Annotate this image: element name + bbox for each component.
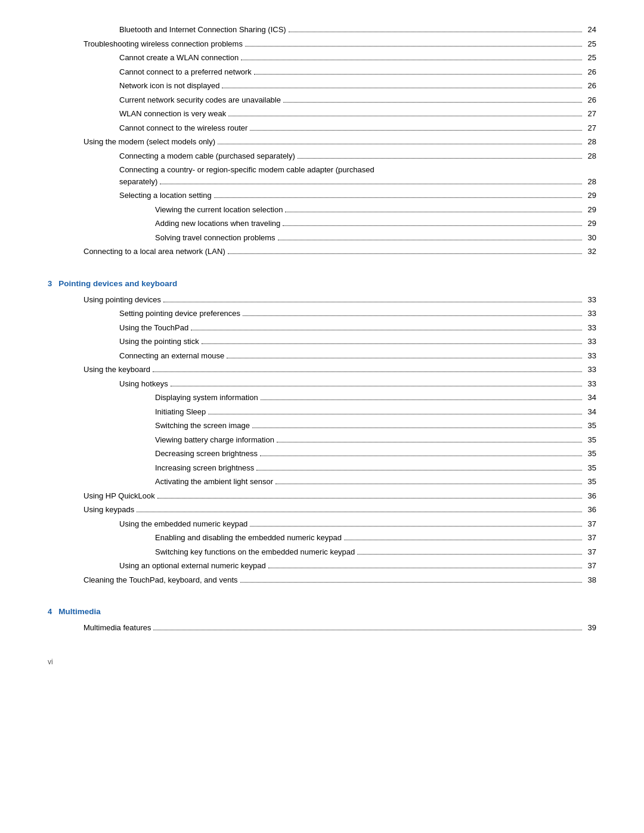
toc-row-pointing-stick: Using the pointing stick 33: [48, 336, 596, 348]
toc-label: Using the TouchPad: [119, 322, 188, 334]
toc-row-lan: Connecting to a local area network (LAN)…: [48, 246, 596, 258]
toc-dots: [240, 582, 583, 583]
toc-dots: [222, 88, 582, 88]
toc-dots: [163, 302, 582, 302]
toc-label: Bluetooth and Internet Connection Sharin…: [119, 24, 286, 36]
toc-row-cannot-create: Cannot create a WLAN connection 25: [48, 52, 596, 64]
toc-label: Connecting a modem cable (purchased sepa…: [119, 150, 295, 162]
toc-row-setting-prefs: Setting pointing device preferences 33: [48, 308, 596, 320]
toc-label: Viewing the current location selection: [155, 204, 283, 216]
toc-row-cannot-connect-router: Cannot connect to the wireless router 27: [48, 122, 596, 134]
toc-row-initiating-sleep: Initiating Sleep 34: [48, 406, 596, 418]
toc-row-increasing-brightness: Increasing screen brightness 35: [48, 462, 596, 474]
toc-row-location-setting: Selecting a location setting 29: [48, 190, 596, 202]
toc-page: 37: [584, 518, 596, 530]
toc-label: Enabling and disabling the embedded nume…: [155, 532, 342, 544]
toc-label-line1: Connecting a country- or region-specific…: [119, 164, 596, 176]
toc-row-solving-travel: Solving travel connection problems 30: [48, 232, 596, 244]
toc-dots: [214, 197, 582, 198]
toc-label: Viewing battery charge information: [155, 434, 274, 446]
toc-label: Solving travel connection problems: [155, 232, 275, 244]
toc-row-cleaning: Cleaning the TouchPad, keyboard, and ven…: [48, 574, 596, 586]
toc-dots: [283, 102, 582, 103]
toc-row-security-codes: Current network security codes are unava…: [48, 94, 596, 106]
toc-page: 37: [584, 532, 596, 544]
toc-label: Current network security codes are unava…: [119, 94, 281, 106]
toc-dots: [254, 74, 582, 75]
toc-page: 25: [584, 52, 596, 64]
toc-row-quicklook: Using HP QuickLook 36: [48, 490, 596, 502]
toc-page: 26: [584, 80, 596, 92]
toc-label: Displaying system information: [155, 392, 258, 404]
toc-label: Decreasing screen brightness: [155, 448, 258, 460]
toc-page: 29: [584, 218, 596, 230]
toc-label: Switching key functions on the embedded …: [155, 546, 355, 558]
toc-page: 33: [584, 378, 596, 390]
toc-page: 38: [584, 574, 596, 586]
toc-row-bluetooth: Bluetooth and Internet Connection Sharin…: [48, 24, 596, 36]
toc-row-switching-screen: Switching the screen image 35: [48, 420, 596, 432]
toc-dots: [252, 428, 582, 428]
toc-label: Using an optional external numeric keypa…: [119, 560, 266, 572]
toc-label: Adding new locations when traveling: [155, 218, 280, 230]
toc-dots: [289, 32, 582, 32]
toc-dots: [160, 184, 582, 184]
toc-label: Setting pointing device preferences: [119, 308, 240, 320]
toc-row-troubleshooting: Troubleshooting wireless connection prob…: [48, 38, 596, 50]
section3-number: 3: [48, 279, 52, 288]
section3-header: 3 Pointing devices and keyboard: [48, 279, 596, 288]
toc-page: 28: [584, 150, 596, 162]
toc-dots: [250, 526, 582, 527]
section4-header: 4 Multimedia: [48, 607, 596, 616]
toc-page: 37: [584, 546, 596, 558]
toc-label: Connecting an external mouse: [119, 350, 224, 362]
toc-page: 25: [584, 38, 596, 50]
toc-page: 28: [584, 136, 596, 148]
toc-page: 30: [584, 232, 596, 244]
toc-page: 27: [584, 122, 596, 134]
toc-page: 34: [584, 392, 596, 404]
toc-label: Network icon is not displayed: [119, 80, 219, 92]
toc-label: Cannot create a WLAN connection: [119, 52, 239, 64]
toc-page: 32: [584, 246, 596, 258]
toc-dots: [285, 212, 582, 212]
toc-page: 33: [584, 364, 596, 376]
toc-dots: [153, 630, 582, 630]
toc-page: 36: [584, 490, 596, 502]
toc-page: 35: [584, 476, 596, 488]
toc-page: 28: [584, 176, 596, 188]
toc-row-embedded-keypad: Using the embedded numeric keypad 37: [48, 518, 596, 530]
toc-dots: [228, 116, 582, 116]
toc-dots: [277, 442, 582, 442]
toc-dots: [261, 400, 582, 400]
toc-row-adding-locations: Adding new locations when traveling 29: [48, 218, 596, 230]
toc-row-keyboard: Using the keyboard 33: [48, 364, 596, 376]
toc-dots: [250, 130, 582, 131]
toc-row-touchpad: Using the TouchPad 33: [48, 322, 596, 334]
toc-row-using-pointing: Using pointing devices 33: [48, 294, 596, 306]
toc-page: 35: [584, 420, 596, 432]
toc-dots: [278, 240, 582, 240]
toc-dots: [157, 498, 582, 498]
toc-page: 33: [584, 322, 596, 334]
page-footer: vi: [48, 658, 596, 666]
toc-label: Connecting to a local area network (LAN): [83, 246, 225, 258]
toc-dots: [275, 484, 582, 484]
section4-entries: Multimedia features 39: [48, 622, 596, 634]
toc-dots: [283, 225, 582, 226]
toc-label: Using hotkeys: [119, 378, 168, 390]
toc-page: 35: [584, 448, 596, 460]
toc-row-ambient-light: Activating the ambient light sensor 35: [48, 476, 596, 488]
toc-page: 35: [584, 434, 596, 446]
toc-row-modem-cable: Connecting a modem cable (purchased sepa…: [48, 150, 596, 162]
toc-page: 26: [584, 94, 596, 106]
toc-row-decreasing-brightness: Decreasing screen brightness 35: [48, 448, 596, 460]
toc-label: Activating the ambient light sensor: [155, 476, 273, 488]
section3-entries: Using pointing devices 33 Setting pointi…: [48, 294, 596, 586]
section4-title: Multimedia: [54, 607, 101, 616]
toc-dots: [241, 60, 582, 60]
toc-row-keypads: Using keypads 36: [48, 504, 596, 516]
toc-page: 36: [584, 504, 596, 516]
toc-row-viewing-location: Viewing the current location selection 2…: [48, 204, 596, 216]
toc-row-displaying-sys: Displaying system information 34: [48, 392, 596, 404]
